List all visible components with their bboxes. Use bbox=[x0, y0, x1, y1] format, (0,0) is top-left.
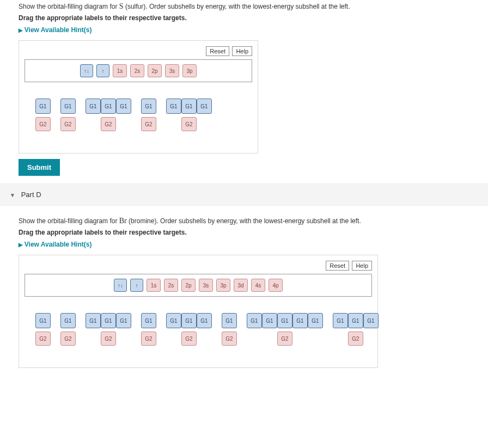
activity-box-d: Reset Help ↑↓ ↑ 1s 2s 2p 3s 3p 3d 4s 4p … bbox=[19, 255, 378, 368]
orbital-slot[interactable]: G1 bbox=[247, 313, 262, 328]
orbital-slot[interactable]: G1 bbox=[197, 99, 212, 114]
subshell-group: G1G1G1G2 bbox=[86, 99, 131, 131]
subshell-label-3s[interactable]: 3s bbox=[199, 279, 213, 292]
orbital-row: G1G1G1 bbox=[86, 99, 131, 114]
subshell-group: G1G1G1G1G1G2 bbox=[247, 313, 323, 346]
orbital-slot[interactable]: G1 bbox=[141, 99, 156, 114]
arrow-updown-label[interactable]: ↑↓ bbox=[114, 279, 127, 292]
sublabel-slot[interactable]: G2 bbox=[60, 332, 76, 346]
orbital-slot[interactable]: G1 bbox=[141, 313, 156, 328]
subshell-label-3d[interactable]: 3d bbox=[234, 279, 248, 292]
orbital-slot[interactable]: G1 bbox=[101, 99, 116, 114]
drag-instruction: Drag the appropriate labels to their res… bbox=[19, 229, 488, 236]
orbital-slot[interactable]: G1 bbox=[60, 99, 76, 114]
subshell-label-4p[interactable]: 4p bbox=[269, 279, 283, 292]
drag-instruction: Drag the appropriate labels to their res… bbox=[19, 14, 488, 22]
element-symbol: S bbox=[119, 2, 124, 10]
submit-button[interactable]: Submit bbox=[19, 159, 60, 176]
activity-controls: Reset Help bbox=[25, 261, 372, 271]
orbital-slot[interactable]: G1 bbox=[35, 99, 51, 114]
prompt-prefix: Show the orbital-filling diagram for bbox=[19, 217, 119, 225]
subshell-group: G1G2 bbox=[35, 99, 51, 131]
sublabel-slot[interactable]: G2 bbox=[222, 332, 237, 346]
view-hints-button[interactable]: View Available Hint(s) bbox=[19, 241, 488, 248]
view-hints-button[interactable]: View Available Hint(s) bbox=[19, 26, 488, 34]
sublabel-slot[interactable]: G2 bbox=[181, 117, 197, 131]
sublabel-slot[interactable]: G2 bbox=[60, 117, 76, 131]
orbital-slot[interactable]: G1 bbox=[116, 313, 131, 328]
part-d-section: Show the orbital-filling diagram for Br … bbox=[0, 206, 488, 368]
orbital-slot[interactable]: G1 bbox=[86, 99, 101, 114]
help-button[interactable]: Help bbox=[352, 261, 372, 271]
orbital-slot[interactable]: G1 bbox=[292, 313, 308, 328]
part-d-heading[interactable]: Part D bbox=[0, 183, 488, 206]
part-c-section: Show the orbital-filling diagram for S (… bbox=[0, 2, 488, 176]
prompt-prefix: Show the orbital-filling diagram for bbox=[19, 3, 119, 10]
orbital-slot[interactable]: G1 bbox=[333, 313, 348, 328]
orbital-row: G1 bbox=[141, 99, 156, 114]
element-symbol: Br bbox=[119, 217, 127, 225]
orbital-slot[interactable]: G1 bbox=[116, 99, 131, 114]
orbital-row: G1 bbox=[222, 313, 237, 328]
sublabel-slot[interactable]: G2 bbox=[277, 332, 292, 346]
subshell-group: G1G2 bbox=[222, 313, 237, 346]
orbital-row: G1G1G1 bbox=[333, 313, 379, 328]
orbital-slot[interactable]: G1 bbox=[181, 313, 197, 328]
sublabel-slot[interactable]: G2 bbox=[101, 332, 116, 346]
help-button[interactable]: Help bbox=[232, 46, 252, 56]
orbital-slot[interactable]: G1 bbox=[166, 99, 181, 114]
prompt-text: Show the orbital-filling diagram for Br … bbox=[19, 217, 488, 225]
subshell-label-2p[interactable]: 2p bbox=[148, 64, 162, 77]
orbital-row: G1 bbox=[35, 313, 51, 328]
subshell-label-3p[interactable]: 3p bbox=[182, 64, 197, 77]
sublabel-slot[interactable]: G2 bbox=[181, 332, 197, 346]
reset-button[interactable]: Reset bbox=[326, 261, 349, 271]
orbital-slot[interactable]: G1 bbox=[86, 313, 101, 328]
subshell-label-2p[interactable]: 2p bbox=[181, 279, 196, 292]
subshell-group: G1G1G1G2 bbox=[333, 313, 379, 346]
orbital-slot[interactable]: G1 bbox=[60, 313, 76, 328]
orbital-slot[interactable]: G1 bbox=[363, 313, 379, 328]
orbital-slot[interactable]: G1 bbox=[308, 313, 323, 328]
prompt-text: Show the orbital-filling diagram for S (… bbox=[19, 2, 488, 11]
orbital-slot[interactable]: G1 bbox=[262, 313, 277, 328]
orbital-slot[interactable]: G1 bbox=[277, 313, 292, 328]
subshell-label-1s[interactable]: 1s bbox=[147, 279, 161, 292]
subshell-label-4s[interactable]: 4s bbox=[251, 279, 265, 292]
arrow-up-label[interactable]: ↑ bbox=[96, 64, 109, 77]
arrow-up-label[interactable]: ↑ bbox=[130, 279, 143, 292]
orbital-slot[interactable]: G1 bbox=[197, 313, 212, 328]
sublabel-slot[interactable]: G2 bbox=[35, 332, 51, 346]
orbital-slot[interactable]: G1 bbox=[35, 313, 51, 328]
subshell-label-1s[interactable]: 1s bbox=[113, 64, 127, 77]
sublabel-slot[interactable]: G2 bbox=[141, 332, 156, 346]
label-source-bar: ↑↓ ↑ 1s 2s 2p 3s 3p bbox=[25, 59, 252, 82]
sublabel-slot[interactable]: G2 bbox=[141, 117, 156, 131]
orbital-row: G1 bbox=[60, 99, 76, 114]
orbital-row: G1G1G1G1G1 bbox=[247, 313, 323, 328]
activity-controls: Reset Help bbox=[25, 46, 252, 56]
orbital-slot[interactable]: G1 bbox=[101, 313, 116, 328]
orbital-slot[interactable]: G1 bbox=[348, 313, 363, 328]
sublabel-slot[interactable]: G2 bbox=[35, 117, 51, 131]
orbital-slot[interactable]: G1 bbox=[181, 99, 197, 114]
subshell-label-2s[interactable]: 2s bbox=[164, 279, 178, 292]
orbital-slot[interactable]: G1 bbox=[222, 313, 237, 328]
subshell-label-3s[interactable]: 3s bbox=[165, 64, 179, 77]
subshell-group: G1G2 bbox=[60, 99, 76, 131]
reset-button[interactable]: Reset bbox=[206, 46, 229, 56]
subshell-label-2s[interactable]: 2s bbox=[130, 64, 144, 77]
subshell-label-3p[interactable]: 3p bbox=[216, 279, 230, 292]
orbital-row: G1G1G1 bbox=[86, 313, 131, 328]
subshell-group: G1G2 bbox=[35, 313, 51, 346]
subshell-group: G1G2 bbox=[60, 313, 76, 346]
arrow-updown-label[interactable]: ↑↓ bbox=[80, 64, 93, 77]
orbital-row: G1 bbox=[35, 99, 51, 114]
label-source-bar: ↑↓ ↑ 1s 2s 2p 3s 3p 3d 4s 4p bbox=[25, 274, 372, 297]
sublabel-slot[interactable]: G2 bbox=[348, 332, 363, 346]
orbital-slot[interactable]: G1 bbox=[166, 313, 181, 328]
orbital-row: G1 bbox=[141, 313, 156, 328]
sublabel-slot[interactable]: G2 bbox=[101, 117, 116, 131]
subshell-group: G1G1G1G2 bbox=[86, 313, 131, 346]
prompt-suffix: (bromine). Order subshells by energy, wi… bbox=[127, 217, 361, 225]
